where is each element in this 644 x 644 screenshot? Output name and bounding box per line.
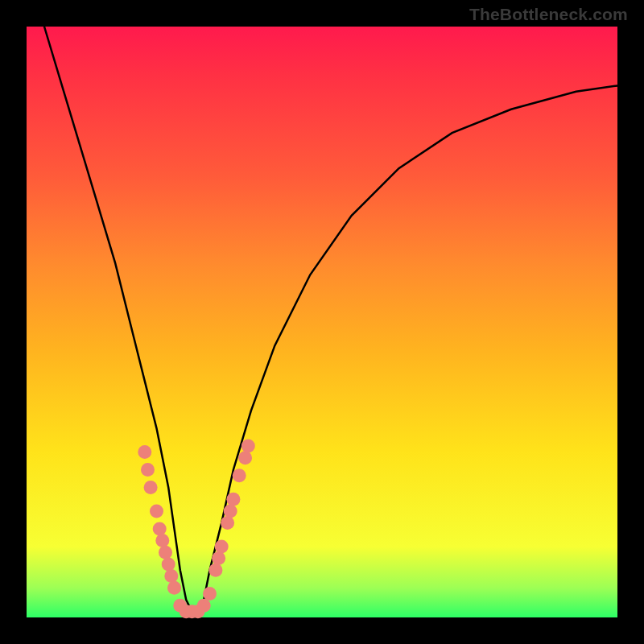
highlight-dot [215,539,229,553]
highlight-dot [155,534,169,547]
highlight-dot [167,581,181,595]
highlight-dot [153,522,167,535]
highlight-dot [141,463,155,477]
highlight-dot [150,504,163,518]
curve-svg [27,27,617,617]
highlight-dot [164,569,178,583]
highlight-dot [208,564,222,577]
highlight-dot [242,440,255,453]
highlight-dot [159,546,172,559]
highlight-dot [138,445,151,459]
bottleneck-curve [44,27,617,612]
highlight-dot [197,599,211,613]
highlight-dot [203,587,217,601]
highlight-dot [224,504,237,518]
highlight-dot [212,551,225,565]
highlight-dot [162,557,175,571]
highlight-dot [233,469,246,482]
watermark-text: TheBottleneck.com [469,5,628,24]
highlight-dot [144,481,158,494]
highlight-dot [221,516,234,530]
highlight-dots-group [138,440,254,619]
plot-area [27,27,617,617]
highlight-dot [238,451,252,464]
highlight-dot [226,493,240,506]
chart-frame: TheBottleneck.com [0,0,644,644]
